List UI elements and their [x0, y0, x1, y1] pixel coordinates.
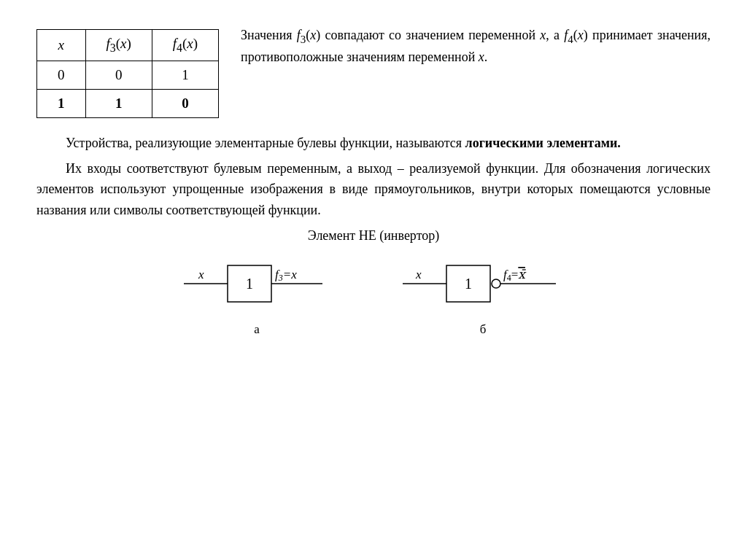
element-label: Элемент НЕ (инвертор) — [36, 228, 711, 244]
diagram-a: x 1 f3=x а — [177, 251, 337, 337]
diagram-a-label: а — [254, 322, 260, 337]
table-row: 0 0 1 — [37, 61, 219, 89]
svg-point-10 — [492, 279, 500, 288]
cell-x1: 1 — [37, 89, 86, 117]
paragraph-1: Устройства, реализующие элементарные бул… — [36, 133, 711, 154]
diagram-b-label: б — [480, 322, 487, 337]
col-f4: f4(x) — [152, 30, 218, 61]
right-text: Значения f3(x) совпадают со значением пе… — [241, 22, 711, 67]
cell-f3-1: 1 — [85, 89, 152, 117]
svg-text:f4=x̄: f4=x̄ — [503, 268, 527, 283]
svg-text:x: x — [198, 268, 204, 281]
truth-table: x f3(x) f4(x) 0 0 1 1 1 0 — [36, 29, 219, 118]
cell-f4-1: 0 — [152, 89, 218, 117]
top-section: x f3(x) f4(x) 0 0 1 1 1 0 Значения f3(x)… — [36, 22, 711, 118]
table-row: 1 1 0 — [37, 89, 219, 117]
col-f3: f3(x) — [85, 30, 152, 61]
cell-x0: 0 — [37, 61, 86, 89]
svg-text:1: 1 — [246, 276, 253, 292]
diagrams: x 1 f3=x а x 1 f4= — [36, 251, 711, 337]
col-x: x — [37, 30, 86, 61]
svg-text:x: x — [415, 268, 422, 281]
svg-text:1: 1 — [465, 276, 472, 292]
diagram-b-svg: x 1 f4=x̄ — [395, 251, 570, 316]
main-text: Устройства, реализующие элементарные бул… — [36, 133, 711, 221]
diagram-a-svg: x 1 f3=x — [177, 251, 337, 316]
cell-f4-0: 1 — [152, 61, 218, 89]
paragraph-2: Их входы соответствуют булевым переменны… — [36, 158, 711, 221]
svg-text:f3=x: f3=x — [275, 268, 297, 283]
cell-f3-0: 0 — [85, 61, 152, 89]
bold-text: логическими элементами. — [465, 136, 621, 150]
diagram-b: x 1 f4=x̄ б — [395, 251, 570, 337]
